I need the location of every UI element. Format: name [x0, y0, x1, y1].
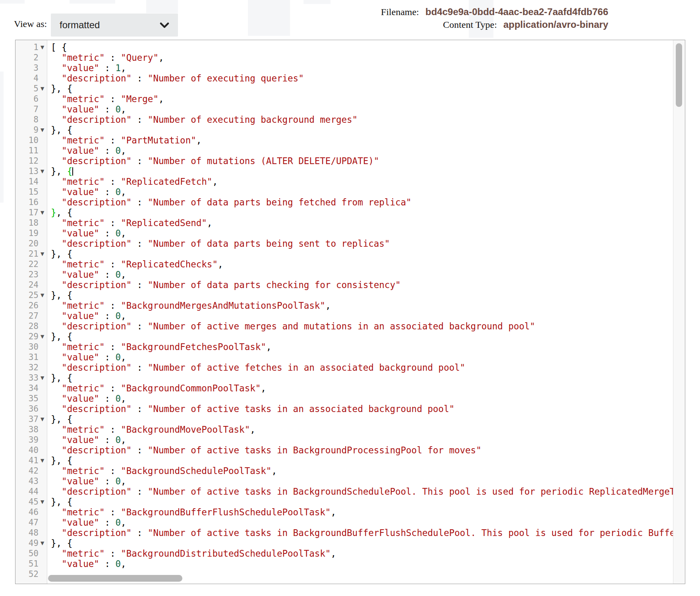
- code-line[interactable]: "description" : "Number of active merges…: [51, 321, 673, 331]
- line-number: 6: [33, 94, 39, 104]
- code-line[interactable]: "description" : "Number of data parts ch…: [51, 280, 673, 290]
- code-line[interactable]: "description" : "Number of active tasks …: [51, 445, 673, 455]
- code-line[interactable]: "value" : 0,: [51, 145, 673, 156]
- line-number: 26: [29, 301, 39, 310]
- code-line[interactable]: [51, 569, 673, 573]
- code-line[interactable]: }, {: [51, 331, 673, 342]
- fold-arrow-icon[interactable]: ▼: [39, 455, 46, 466]
- line-number: 7: [33, 104, 39, 114]
- code-line[interactable]: "value" : 0,: [51, 352, 673, 362]
- code-line[interactable]: "metric" : "BackgroundBufferFlushSchedul…: [51, 507, 673, 517]
- fold-arrow-icon[interactable]: ▼: [39, 166, 46, 176]
- view-as-dropdown[interactable]: formatted: [51, 14, 178, 37]
- code-line[interactable]: }, {: [51, 414, 673, 424]
- code-line[interactable]: "metric" : "BackgroundCommonPoolTask",: [51, 383, 673, 393]
- code-token: "value": [62, 63, 99, 73]
- code-line[interactable]: "value" : 0,: [51, 104, 673, 114]
- code-line[interactable]: "metric" : "ReplicatedChecks",: [51, 259, 673, 269]
- code-line[interactable]: }, {: [51, 207, 673, 218]
- code-token: :: [99, 393, 116, 404]
- code-token: ,: [159, 52, 164, 63]
- code-line[interactable]: "description" : "Number of active fetche…: [51, 362, 673, 373]
- code-line[interactable]: "description" : "Number of data parts be…: [51, 238, 673, 249]
- code-line[interactable]: [ {: [51, 42, 673, 52]
- gutter-row: 36: [15, 404, 47, 414]
- code-line[interactable]: "metric" : "Merge",: [51, 94, 673, 104]
- fold-arrow-icon[interactable]: ▼: [39, 290, 46, 300]
- code-line[interactable]: "metric" : "BackgroundMergesAndMutations…: [51, 300, 673, 311]
- code-line[interactable]: }, {: [51, 125, 673, 135]
- editor-code-area[interactable]: [ { "metric" : "Query", "value" : 1, "de…: [48, 40, 673, 573]
- code-line[interactable]: "value" : 0,: [51, 228, 673, 238]
- gutter-row: 28: [15, 321, 47, 331]
- code-line[interactable]: }, {: [51, 83, 673, 94]
- code-line[interactable]: "description" : "Number of active tasks …: [51, 528, 673, 538]
- code-line[interactable]: "description" : "Number of data parts be…: [51, 197, 673, 207]
- code-line[interactable]: }, {: [51, 455, 673, 466]
- code-line[interactable]: "description" : "Number of executing bac…: [51, 114, 673, 125]
- vertical-scrollbar-thumb[interactable]: [676, 43, 682, 107]
- code-line[interactable]: "description" : "Number of active tasks …: [51, 404, 673, 414]
- code-line[interactable]: "value" : 0,: [51, 559, 673, 569]
- code-line[interactable]: }, {: [51, 290, 673, 300]
- fold-arrow-icon[interactable]: ▼: [39, 125, 46, 135]
- code-line[interactable]: }, {: [51, 538, 673, 548]
- horizontal-scrollbar-thumb[interactable]: [48, 575, 182, 582]
- code-token: "metric": [62, 424, 104, 435]
- fold-arrow-icon[interactable]: ▼: [39, 42, 46, 52]
- code-line[interactable]: "value" : 0,: [51, 269, 673, 280]
- vertical-scrollbar[interactable]: [673, 40, 685, 584]
- code-token: ,: [196, 135, 202, 145]
- code-token: [51, 197, 62, 207]
- code-token: "Number of data parts checking for consi…: [148, 280, 401, 290]
- code-line[interactable]: "value" : 0,: [51, 187, 673, 197]
- fold-arrow-icon[interactable]: ▼: [39, 414, 46, 424]
- code-line[interactable]: "value" : 0,: [51, 517, 673, 528]
- code-line[interactable]: "metric" : "BackgroundFetchesPoolTask",: [51, 342, 673, 352]
- fold-arrow-icon[interactable]: ▼: [39, 497, 46, 507]
- code-line[interactable]: "metric" : "BackgroundSchedulePoolTask",: [51, 466, 673, 476]
- line-number: 43: [29, 476, 39, 486]
- fold-arrow-icon[interactable]: ▼: [39, 249, 46, 259]
- line-number: 31: [29, 352, 39, 362]
- code-line[interactable]: "description" : "Number of active tasks …: [51, 486, 673, 497]
- gutter-row: 31: [15, 352, 47, 362]
- code-line[interactable]: "metric" : "PartMutation",: [51, 135, 673, 145]
- code-line[interactable]: "value" : 0,: [51, 435, 673, 445]
- fold-arrow-icon[interactable]: ▼: [39, 538, 46, 548]
- code-line[interactable]: "value" : 0,: [51, 476, 673, 486]
- fold-arrow-icon[interactable]: ▼: [39, 83, 46, 94]
- code-line[interactable]: "value" : 0,: [51, 393, 673, 404]
- gutter-row: 32: [15, 362, 47, 373]
- code-token: [51, 517, 62, 528]
- fold-arrow-icon[interactable]: ▼: [39, 331, 46, 342]
- gutter-row: 30: [15, 342, 47, 352]
- code-line[interactable]: "value" : 0,: [51, 311, 673, 321]
- code-token: "Number of active tasks in BackgroundBuf…: [148, 528, 673, 538]
- code-token: :: [131, 73, 148, 83]
- code-line[interactable]: }, {: [51, 373, 673, 383]
- code-line[interactable]: "value" : 1,: [51, 63, 673, 73]
- code-line[interactable]: "metric" : "Query",: [51, 52, 673, 63]
- gutter-row: 18: [15, 218, 47, 228]
- code-token: [51, 238, 62, 249]
- code-line[interactable]: "metric" : "BackgroundMovePoolTask",: [51, 424, 673, 435]
- horizontal-scrollbar[interactable]: [47, 573, 673, 584]
- code-line[interactable]: "metric" : "BackgroundDistributedSchedul…: [51, 548, 673, 559]
- code-line[interactable]: }, {: [51, 249, 673, 259]
- code-token: 0: [116, 311, 121, 321]
- fold-arrow-icon[interactable]: ▼: [39, 207, 46, 218]
- code-token: "ReplicatedSend": [121, 218, 207, 228]
- code-token: :: [131, 197, 148, 207]
- code-editor[interactable]: 1▼2345▼6789▼10111213▼14151617▼18192021▼2…: [15, 40, 685, 584]
- code-line[interactable]: }, {: [51, 166, 673, 176]
- code-line[interactable]: "metric" : "ReplicatedSend",: [51, 218, 673, 228]
- code-token: :: [104, 218, 121, 228]
- code-line[interactable]: "metric" : "ReplicatedFetch",: [51, 176, 673, 187]
- code-token: "BackgroundDistributedSchedulePoolTask": [121, 548, 331, 559]
- code-token: "description": [62, 114, 131, 125]
- code-line[interactable]: "description" : "Number of executing que…: [51, 73, 673, 83]
- code-line[interactable]: "description" : "Number of mutations (AL…: [51, 156, 673, 166]
- fold-arrow-icon[interactable]: ▼: [39, 373, 46, 383]
- code-line[interactable]: }, {: [51, 497, 673, 507]
